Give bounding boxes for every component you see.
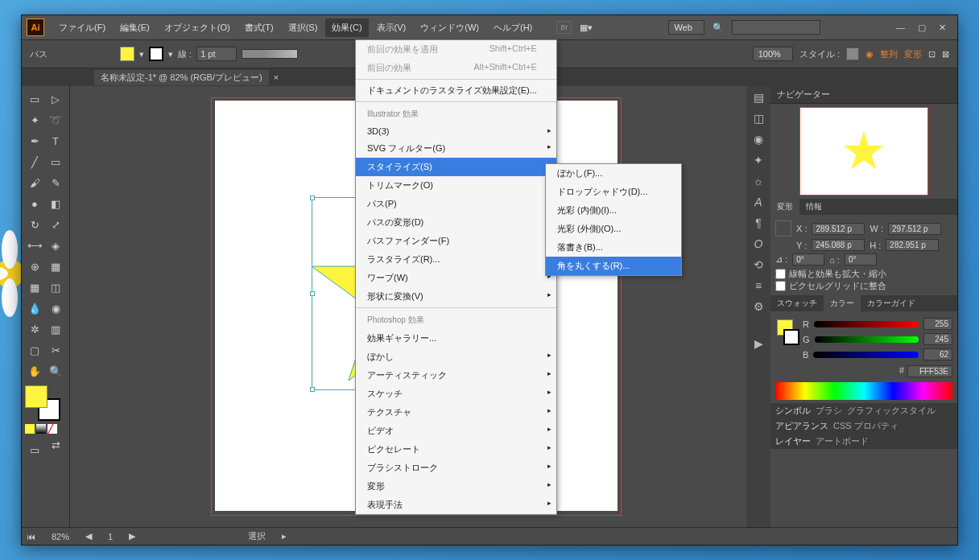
panel-icon-link[interactable]: ⟲ [754,258,763,271]
panel-icon-glyph[interactable]: O [754,237,763,250]
menu-effect-gallery[interactable]: 効果ギャラリー... [356,329,556,348]
color-spectrum[interactable] [775,382,952,400]
menu-distort[interactable]: 変形 [356,477,556,496]
menu-path[interactable]: パス(P) [356,195,556,213]
css-properties-tab[interactable]: CSS プロパティ [833,420,898,432]
w-field[interactable] [888,223,941,235]
fill-dropdown-icon[interactable]: ▾ [139,49,144,60]
artboard-tool[interactable]: ▢ [25,340,44,360]
r-slider[interactable] [814,321,919,327]
menu-svg-filter[interactable]: SVG フィルター(G) [356,139,556,158]
appearance-tab[interactable]: アピアランス [775,420,828,432]
menu-window[interactable]: ウィンドウ(W) [414,19,485,37]
arrange-icon[interactable]: ▦▾ [580,23,593,33]
panel-icon-1[interactable]: ▤ [754,91,764,104]
screen-mode-normal[interactable]: ▭ [25,440,44,459]
lasso-tool[interactable]: ➰ [46,110,65,130]
menu-artistic[interactable]: アーティスティック [356,366,556,385]
stroke-dropdown-icon[interactable]: ▾ [168,49,173,60]
artboards-tab[interactable]: アートボード [816,435,869,447]
menu-file[interactable]: ファイル(F) [52,19,112,37]
zoom-tool[interactable]: 🔍 [46,361,65,381]
submenu-feather[interactable]: ぼかし(F)... [546,164,681,183]
stroke-weight-field[interactable] [196,47,237,61]
submenu-scribble[interactable]: 落書き(B)... [546,238,681,257]
b-field[interactable] [923,348,952,360]
navigator-tab[interactable]: ナビゲーター [777,89,830,101]
submenu-outer-glow[interactable]: 光彩 (外側)(O)... [546,220,681,238]
panel-icon-5[interactable]: ☼ [754,175,764,187]
align-link[interactable]: 整列 [880,48,898,60]
clip-icon[interactable]: ⊠ [942,49,949,60]
transform-tab[interactable]: 変形 [770,199,799,215]
status-nav-first-icon[interactable]: ⏮ [27,532,35,541]
hand-tool[interactable]: ✋ [25,361,44,381]
menu-rasterize-settings[interactable]: ドキュメントのラスタライズ効果設定(E)... [356,81,556,100]
stroke-swatch[interactable] [149,47,163,61]
symbols-tab[interactable]: シンボル [775,405,811,417]
submenu-round-corners[interactable]: 角を丸くする(R)... [546,257,681,275]
graphic-styles-tab[interactable]: グラフィックスタイル [847,405,936,417]
color-mode-solid[interactable] [25,424,35,434]
reference-point-grid[interactable] [775,220,791,237]
eraser-tool[interactable]: ◧ [46,194,65,213]
color-guide-tab[interactable]: カラーガイド [861,295,922,311]
menu-distort-transform[interactable]: パスの変形(D) [356,213,556,232]
panel-icon-4[interactable]: ✦ [754,154,763,167]
menu-object[interactable]: オブジェクト(O) [158,19,237,37]
recolor-icon[interactable]: ◉ [865,49,874,60]
scale-tool[interactable]: ⤢ [46,215,65,234]
menu-warp[interactable]: ワープ(W) [356,269,556,287]
selection-tool[interactable]: ▭ [25,89,44,109]
menu-edit[interactable]: 編集(E) [114,19,156,37]
menu-rasterize[interactable]: ラスタライズ(R)... [356,250,556,269]
slice-tool[interactable]: ✂ [46,340,65,360]
menu-video[interactable]: ビデオ [356,422,556,440]
x-field[interactable] [812,223,865,235]
navigator-preview[interactable] [774,107,954,196]
menu-last-effect[interactable]: 前回の効果Alt+Shift+Ctrl+E [356,59,556,77]
b-slider[interactable] [813,352,919,358]
free-transform-tool[interactable]: ◈ [46,236,65,255]
menu-sketch[interactable]: スケッチ [356,385,556,403]
g-field[interactable] [923,333,952,345]
menu-stylize-ps[interactable]: 表現手法 [356,496,556,514]
perspective-tool[interactable]: ▦ [46,257,65,276]
menu-help[interactable]: ヘルプ(H) [487,19,539,37]
opacity-field[interactable]: 100% [753,47,793,61]
width-tool[interactable]: ⟷ [25,236,44,255]
panel-icon-2[interactable]: ◫ [754,112,764,125]
swatches-tab[interactable]: スウォッチ [770,295,824,311]
menu-apply-last-effect[interactable]: 前回の効果を適用Shift+Ctrl+E [356,40,556,59]
color-mode-gradient[interactable] [36,424,46,434]
isolate-icon[interactable]: ⊡ [928,49,936,60]
close-button[interactable]: ✕ [939,23,946,33]
r-field[interactable] [923,318,952,330]
panel-icon-gear[interactable]: ⚙ [754,300,764,313]
g-slider[interactable] [815,336,919,343]
magic-wand-tool[interactable]: ✦ [25,110,44,130]
menu-texture[interactable]: テクスチャ [356,403,556,422]
menu-pathfinder[interactable]: パスファインダー(F) [356,232,556,250]
fill-stroke-proxy[interactable] [25,385,60,421]
h-field[interactable] [886,239,939,251]
panel-icon-paragraph[interactable]: ¶ [755,216,762,229]
panel-icon-3[interactable]: ◉ [754,133,763,146]
pixel-grid-checkbox[interactable]: ピクセルグリッドに整合 [775,280,952,292]
transform-link[interactable]: 変形 [904,48,922,60]
scale-strokes-checkbox[interactable]: 線幅と効果も拡大・縮小 [775,268,952,280]
workspace-selector[interactable]: Web [668,20,704,35]
rectangle-tool[interactable]: ▭ [46,152,65,171]
blob-brush-tool[interactable]: ● [25,194,44,213]
status-mode-dropdown-icon[interactable]: ▸ [282,531,287,541]
shear-field[interactable] [845,253,877,266]
menu-3d[interactable]: 3D(3) [356,123,556,139]
shape-builder-tool[interactable]: ⊕ [25,257,44,276]
y-field[interactable] [812,239,865,251]
type-tool[interactable]: T [46,131,65,150]
menu-type[interactable]: 書式(T) [238,19,280,37]
menu-effect[interactable]: 効果(C) [325,19,368,37]
color-tab[interactable]: カラー [824,295,861,311]
gradient-tool[interactable]: ◫ [46,278,65,297]
menu-stylize[interactable]: スタイライズ(S) [356,158,556,176]
